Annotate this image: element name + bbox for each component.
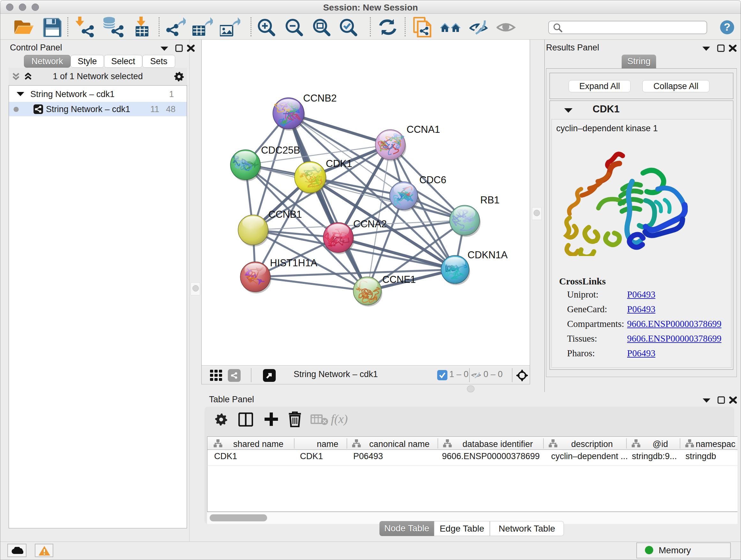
svg-text:CCNA1: CCNA1 — [407, 124, 440, 135]
svg-text:CCNB1: CCNB1 — [268, 209, 302, 220]
svg-text:CCNB2: CCNB2 — [303, 92, 337, 104]
svg-text:CDC6: CDC6 — [419, 174, 446, 186]
svg-text:CDC25B: CDC25B — [261, 145, 300, 156]
svg-text:HIST1H1A: HIST1H1A — [270, 257, 317, 268]
svg-text:CCNE1: CCNE1 — [382, 274, 416, 285]
svg-text:CDKN1A: CDKN1A — [468, 249, 508, 260]
svg-text:CCNA2: CCNA2 — [353, 219, 387, 230]
svg-text:?: ? — [724, 21, 731, 33]
svg-text:CDK1: CDK1 — [326, 158, 352, 169]
svg-text:RB1: RB1 — [480, 194, 499, 206]
